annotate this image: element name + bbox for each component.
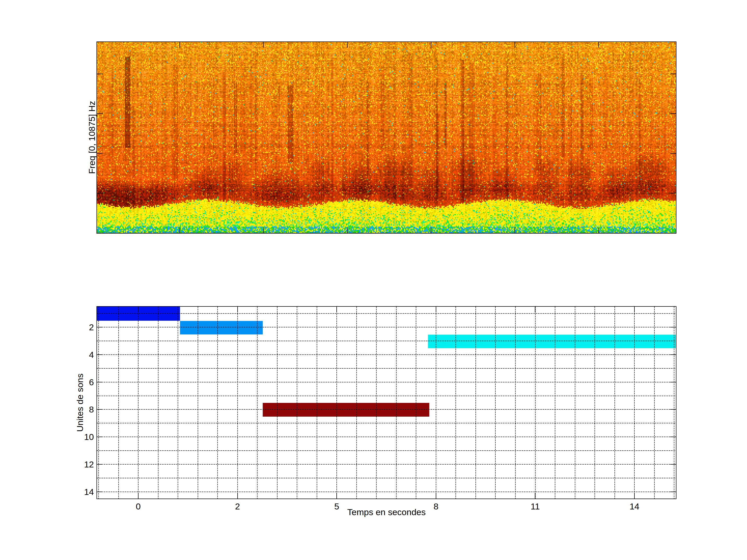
y-gridline [97,450,676,451]
y-tick [670,354,676,355]
y-tick [97,327,103,327]
x-tick [634,307,635,313]
timeline-bar-unit-3 [428,335,676,348]
x-tick [138,493,138,499]
x-gridline [615,307,615,499]
x-gridline [396,307,396,499]
x-tick [237,493,238,499]
y-gridline [97,464,676,464]
x-gridline [594,307,595,499]
y-gridline [97,341,676,341]
y-gridline [97,491,676,492]
x-tick [237,307,238,313]
y-tick [670,464,676,464]
y-gridline [97,368,676,369]
x-tick-label: 2 [235,501,240,512]
x-tick [138,307,138,313]
x-gridline [217,307,218,499]
spectrogram-axes [97,42,676,234]
y-tick-label: 12 [42,459,94,470]
x-gridline [535,307,536,499]
y-tick-label: 4 [42,349,94,360]
y-tick [97,464,103,464]
x-gridline [515,307,516,499]
x-gridline [118,307,119,499]
x-tick-label: 14 [629,501,639,512]
x-gridline [495,307,496,499]
x-tick [336,493,337,499]
y-gridline [97,354,676,355]
y-tick-label: 14 [42,486,94,497]
x-gridline [475,307,476,499]
y-tick [97,436,103,437]
x-tick [336,307,337,313]
x-tick-label: 11 [531,501,540,512]
y-tick [670,382,676,382]
x-gridline [674,307,674,499]
y-gridline [97,327,676,327]
y-tick-label: 6 [42,377,94,388]
x-gridline [317,307,317,499]
spectrogram-ylabel: Freq [0, 10875] Hz [87,101,97,174]
x-gridline [138,307,138,499]
y-tick [97,491,103,492]
x-gridline [257,307,258,499]
x-gridline [297,307,297,499]
timeline-bar-unit-8 [263,403,430,417]
y-gridline [97,382,676,382]
y-gridline [97,423,676,423]
y-tick [670,436,676,437]
y-gridline [97,409,676,410]
x-gridline [178,307,178,499]
x-tick [436,307,436,313]
y-gridline [97,436,676,437]
y-gridline [97,478,676,478]
x-gridline [356,307,357,499]
y-tick [670,409,676,410]
x-tick [436,493,436,499]
y-tick [97,354,103,355]
y-tick-label: 2 [42,322,94,332]
x-gridline [654,307,655,499]
x-gridline [416,307,416,499]
y-tick-label: 10 [42,431,94,442]
x-tick [535,307,535,313]
y-tick [97,409,103,410]
x-tick-label: 5 [334,501,339,512]
y-gridline [97,396,676,396]
timeline-xlabel: Temps en secondes [347,507,426,517]
x-gridline [198,307,198,499]
x-gridline [575,307,575,499]
x-gridline [336,307,337,499]
x-gridline [376,307,377,499]
x-gridline [634,307,635,499]
x-gridline [237,307,238,499]
y-gridline [97,313,676,314]
x-gridline [456,307,456,499]
x-gridline [436,307,436,499]
timeline-bar-unit-2 [180,321,263,335]
x-gridline [158,307,158,499]
spectrogram-image [97,42,676,233]
x-gridline [555,307,555,499]
x-tick [634,493,635,499]
timeline-axes [97,306,676,499]
x-gridline [277,307,278,499]
x-tick-label: 0 [136,501,141,512]
y-tick [670,327,676,327]
matlab-figure: Freq [0, 10875] Hz Unites de sons Temps … [0,0,747,560]
y-tick [97,382,103,382]
x-gridline [98,307,99,499]
x-tick [535,493,535,499]
y-tick-label: 8 [42,404,94,415]
y-tick [670,491,676,492]
x-tick-label: 8 [433,501,438,512]
